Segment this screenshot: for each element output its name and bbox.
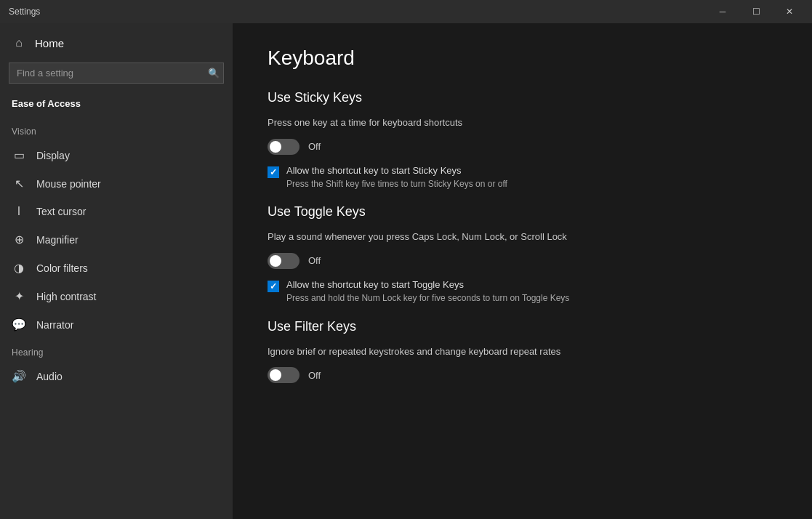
sidebar-item-high-contrast[interactable]: ✦ High contrast bbox=[0, 282, 233, 310]
main-content: Keyboard Use Sticky Keys Press one key a… bbox=[233, 23, 812, 519]
filter-keys-toggle-label: Off bbox=[308, 370, 321, 381]
sidebar-item-mouse-pointer[interactable]: ↖ Mouse pointer bbox=[0, 169, 233, 198]
sidebar-item-narrator[interactable]: 💬 Narrator bbox=[0, 310, 233, 339]
toggle-keys-desc: Play a sound whenever you press Caps Loc… bbox=[268, 230, 777, 244]
title-bar: Settings ─ ☐ ✕ bbox=[0, 0, 812, 23]
filter-keys-toggle[interactable] bbox=[268, 367, 300, 383]
toggle-knob-3 bbox=[270, 369, 281, 381]
filter-keys-toggle-row: Off bbox=[268, 367, 777, 383]
sidebar-item-display[interactable]: ▭ Display bbox=[0, 141, 233, 169]
sidebar: ⌂ Home 🔍 Ease of Access Vision ▭ Display… bbox=[0, 23, 233, 519]
audio-icon: 🔊 bbox=[12, 369, 26, 383]
text-cursor-icon: I bbox=[12, 205, 26, 218]
sticky-keys-toggle-label: Off bbox=[308, 141, 321, 152]
text-cursor-label: Text cursor bbox=[36, 206, 86, 217]
toggle-keys-checkbox-label: Allow the shortcut key to start Toggle K… bbox=[286, 279, 569, 290]
sticky-keys-checkbox-row: ✓ Allow the shortcut key to start Sticky… bbox=[268, 165, 777, 190]
display-icon: ▭ bbox=[12, 148, 26, 162]
toggle-keys-toggle[interactable] bbox=[268, 253, 300, 269]
app-title: Settings bbox=[9, 7, 40, 17]
search-box: 🔍 bbox=[9, 63, 224, 84]
display-label: Display bbox=[36, 150, 70, 161]
toggle-keys-section: Use Toggle Keys Play a sound whenever yo… bbox=[268, 204, 777, 304]
narrator-label: Narrator bbox=[36, 319, 73, 331]
sidebar-item-text-cursor[interactable]: I Text cursor bbox=[0, 198, 233, 225]
window-controls: ─ ☐ ✕ bbox=[706, 0, 806, 23]
high-contrast-icon: ✦ bbox=[12, 289, 26, 303]
toggle-keys-toggle-label: Off bbox=[308, 255, 321, 266]
home-icon: ⌂ bbox=[12, 36, 26, 49]
app-body: ⌂ Home 🔍 Ease of Access Vision ▭ Display… bbox=[0, 23, 812, 519]
toggle-keys-checkbox-row: ✓ Allow the shortcut key to start Toggle… bbox=[268, 279, 777, 305]
hearing-category: Hearing bbox=[0, 339, 233, 362]
narrator-icon: 💬 bbox=[12, 318, 26, 331]
search-icon: 🔍 bbox=[208, 68, 220, 79]
sidebar-item-home[interactable]: ⌂ Home bbox=[0, 23, 233, 63]
sidebar-item-magnifier[interactable]: ⊕ Magnifier bbox=[0, 225, 233, 254]
toggle-keys-title: Use Toggle Keys bbox=[268, 204, 777, 220]
maximize-button[interactable]: ☐ bbox=[739, 0, 773, 23]
home-label: Home bbox=[35, 37, 64, 49]
toggle-keys-checkbox-text: Allow the shortcut key to start Toggle K… bbox=[286, 279, 569, 305]
sticky-keys-section: Use Sticky Keys Press one key at a time … bbox=[268, 90, 777, 190]
vision-category: Vision bbox=[0, 118, 233, 141]
audio-label: Audio bbox=[36, 371, 63, 382]
color-filters-icon: ◑ bbox=[12, 261, 26, 275]
sticky-keys-checkbox-label: Allow the shortcut key to start Sticky K… bbox=[286, 165, 507, 176]
toggle-knob bbox=[270, 141, 281, 153]
toggle-knob-2 bbox=[270, 255, 281, 267]
sticky-keys-desc: Press one key at a time for keyboard sho… bbox=[268, 116, 777, 130]
mouse-pointer-icon: ↖ bbox=[12, 177, 26, 190]
sticky-keys-checkbox-sub: Press the Shift key five times to turn S… bbox=[286, 178, 507, 190]
sidebar-item-color-filters[interactable]: ◑ Color filters bbox=[0, 254, 233, 282]
magnifier-label: Magnifier bbox=[36, 234, 79, 246]
mouse-pointer-label: Mouse pointer bbox=[36, 178, 101, 190]
sticky-keys-checkbox[interactable]: ✓ bbox=[268, 166, 279, 178]
toggle-keys-checkbox-sub: Press and hold the Num Lock key for five… bbox=[286, 292, 569, 305]
filter-keys-desc: Ignore brief or repeated keystrokes and … bbox=[268, 345, 777, 359]
sticky-keys-checkbox-text: Allow the shortcut key to start Sticky K… bbox=[286, 165, 507, 190]
check-icon-2: ✓ bbox=[270, 281, 277, 291]
page-title: Keyboard bbox=[268, 47, 777, 70]
magnifier-icon: ⊕ bbox=[12, 233, 26, 246]
filter-keys-title: Use Filter Keys bbox=[268, 319, 777, 334]
ease-of-access-heading: Ease of Access bbox=[0, 95, 233, 118]
sticky-keys-toggle-row: Off bbox=[268, 139, 777, 155]
high-contrast-label: High contrast bbox=[36, 291, 96, 302]
color-filters-label: Color filters bbox=[36, 262, 88, 274]
filter-keys-section: Use Filter Keys Ignore brief or repeated… bbox=[268, 319, 777, 384]
toggle-keys-toggle-row: Off bbox=[268, 253, 777, 269]
minimize-button[interactable]: ─ bbox=[706, 0, 739, 23]
close-button[interactable]: ✕ bbox=[773, 0, 806, 23]
sidebar-item-audio[interactable]: 🔊 Audio bbox=[0, 362, 233, 390]
sticky-keys-toggle[interactable] bbox=[268, 139, 300, 155]
check-icon: ✓ bbox=[270, 167, 277, 177]
sticky-keys-title: Use Sticky Keys bbox=[268, 90, 777, 105]
search-input[interactable] bbox=[9, 63, 224, 84]
toggle-keys-checkbox[interactable]: ✓ bbox=[268, 281, 279, 292]
